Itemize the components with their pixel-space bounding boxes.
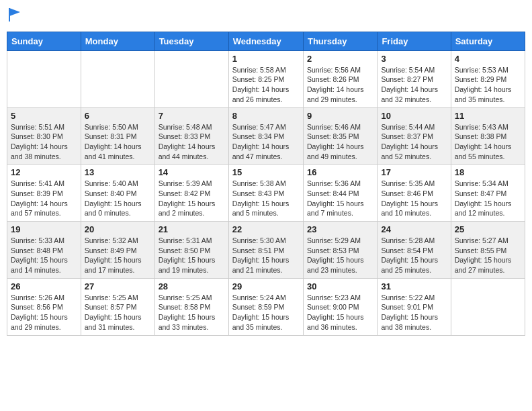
day-info: Sunrise: 5:58 AM Sunset: 8:25 PM Dayligh…: [232, 65, 300, 105]
day-cell: 30Sunrise: 5:23 AM Sunset: 9:00 PM Dayli…: [303, 278, 377, 335]
day-info: Sunrise: 5:26 AM Sunset: 8:56 PM Dayligh…: [11, 293, 77, 332]
day-number: 1: [232, 54, 300, 64]
calendar-table: SundayMondayTuesdayWednesdayThursdayFrid…: [7, 32, 525, 336]
day-number: 3: [381, 54, 447, 64]
day-cell: 4Sunrise: 5:53 AM Sunset: 8:29 PM Daylig…: [451, 50, 525, 107]
day-cell: 2Sunrise: 5:56 AM Sunset: 8:26 PM Daylig…: [303, 50, 377, 107]
day-number: 19: [11, 224, 77, 234]
day-cell: 10Sunrise: 5:44 AM Sunset: 8:37 PM Dayli…: [378, 107, 451, 165]
day-cell: 12Sunrise: 5:41 AM Sunset: 8:39 PM Dayli…: [7, 165, 81, 222]
day-header-saturday: Saturday: [451, 32, 525, 50]
day-cell: [154, 50, 228, 107]
week-row-1: 1Sunrise: 5:58 AM Sunset: 8:25 PM Daylig…: [7, 50, 525, 107]
day-info: Sunrise: 5:32 AM Sunset: 8:49 PM Dayligh…: [85, 236, 151, 275]
day-number: 13: [85, 167, 151, 177]
day-cell: 1Sunrise: 5:58 AM Sunset: 8:25 PM Daylig…: [228, 50, 303, 107]
day-number: 12: [11, 167, 77, 177]
day-cell: 11Sunrise: 5:43 AM Sunset: 8:38 PM Dayli…: [451, 107, 525, 165]
day-number: 17: [381, 167, 447, 177]
day-number: 15: [232, 167, 300, 177]
day-cell: [7, 50, 81, 107]
day-cell: 6Sunrise: 5:50 AM Sunset: 8:31 PM Daylig…: [81, 107, 154, 165]
day-info: Sunrise: 5:53 AM Sunset: 8:29 PM Dayligh…: [455, 65, 521, 105]
day-info: Sunrise: 5:46 AM Sunset: 8:35 PM Dayligh…: [307, 122, 373, 162]
day-number: 14: [159, 167, 225, 177]
day-info: Sunrise: 5:41 AM Sunset: 8:39 PM Dayligh…: [11, 179, 77, 218]
day-info: Sunrise: 5:54 AM Sunset: 8:27 PM Dayligh…: [381, 65, 447, 105]
day-number: 6: [85, 111, 151, 121]
day-info: Sunrise: 5:51 AM Sunset: 8:30 PM Dayligh…: [11, 122, 77, 162]
day-info: Sunrise: 5:56 AM Sunset: 8:26 PM Dayligh…: [307, 65, 373, 105]
day-info: Sunrise: 5:28 AM Sunset: 8:54 PM Dayligh…: [381, 236, 447, 275]
day-info: Sunrise: 5:34 AM Sunset: 8:47 PM Dayligh…: [455, 179, 521, 218]
day-header-tuesday: Tuesday: [154, 32, 228, 50]
day-cell: 24Sunrise: 5:28 AM Sunset: 8:54 PM Dayli…: [378, 222, 451, 279]
day-cell: 8Sunrise: 5:47 AM Sunset: 8:34 PM Daylig…: [228, 107, 303, 165]
day-cell: 21Sunrise: 5:31 AM Sunset: 8:50 PM Dayli…: [154, 222, 228, 279]
day-cell: 16Sunrise: 5:36 AM Sunset: 8:44 PM Dayli…: [303, 165, 377, 222]
day-cell: 14Sunrise: 5:39 AM Sunset: 8:42 PM Dayli…: [154, 165, 228, 222]
day-number: 2: [307, 54, 373, 64]
day-cell: 25Sunrise: 5:27 AM Sunset: 8:55 PM Dayli…: [451, 222, 525, 279]
page: SundayMondayTuesdayWednesdayThursdayFrid…: [0, 0, 532, 411]
day-info: Sunrise: 5:40 AM Sunset: 8:40 PM Dayligh…: [85, 179, 151, 218]
day-number: 22: [232, 224, 300, 234]
day-header-friday: Friday: [378, 32, 451, 50]
day-cell: 3Sunrise: 5:54 AM Sunset: 8:27 PM Daylig…: [378, 50, 451, 107]
day-number: 28: [159, 281, 225, 291]
day-cell: [81, 50, 154, 107]
day-cell: 22Sunrise: 5:30 AM Sunset: 8:51 PM Dayli…: [228, 222, 303, 279]
day-cell: 18Sunrise: 5:34 AM Sunset: 8:47 PM Dayli…: [451, 165, 525, 222]
day-cell: 20Sunrise: 5:32 AM Sunset: 8:49 PM Dayli…: [81, 222, 154, 279]
day-number: 23: [307, 224, 373, 234]
day-number: 24: [381, 224, 447, 234]
day-cell: 31Sunrise: 5:22 AM Sunset: 9:01 PM Dayli…: [378, 278, 451, 335]
day-number: 27: [85, 281, 151, 291]
day-cell: 15Sunrise: 5:38 AM Sunset: 8:43 PM Dayli…: [228, 165, 303, 222]
svg-marker-0: [9, 8, 20, 16]
day-number: 7: [159, 111, 225, 121]
week-row-5: 26Sunrise: 5:26 AM Sunset: 8:56 PM Dayli…: [7, 278, 525, 335]
day-cell: 26Sunrise: 5:26 AM Sunset: 8:56 PM Dayli…: [7, 278, 81, 335]
day-number: 16: [307, 167, 373, 177]
day-number: 9: [307, 111, 373, 121]
day-cell: 9Sunrise: 5:46 AM Sunset: 8:35 PM Daylig…: [303, 107, 377, 165]
day-info: Sunrise: 5:23 AM Sunset: 9:00 PM Dayligh…: [307, 293, 373, 332]
day-info: Sunrise: 5:38 AM Sunset: 8:43 PM Dayligh…: [232, 179, 300, 218]
day-info: Sunrise: 5:30 AM Sunset: 8:51 PM Dayligh…: [232, 236, 300, 275]
header: [7, 7, 525, 26]
day-number: 20: [85, 224, 151, 234]
day-cell: 29Sunrise: 5:24 AM Sunset: 8:59 PM Dayli…: [228, 278, 303, 335]
day-cell: 27Sunrise: 5:25 AM Sunset: 8:57 PM Dayli…: [81, 278, 154, 335]
day-number: 4: [455, 54, 521, 64]
day-info: Sunrise: 5:33 AM Sunset: 8:48 PM Dayligh…: [11, 236, 77, 275]
calendar-header-row: SundayMondayTuesdayWednesdayThursdayFrid…: [7, 32, 525, 50]
day-number: 21: [159, 224, 225, 234]
day-number: 29: [232, 281, 300, 291]
day-cell: 5Sunrise: 5:51 AM Sunset: 8:30 PM Daylig…: [7, 107, 81, 165]
day-number: 18: [455, 167, 521, 177]
week-row-4: 19Sunrise: 5:33 AM Sunset: 8:48 PM Dayli…: [7, 222, 525, 279]
day-info: Sunrise: 5:22 AM Sunset: 9:01 PM Dayligh…: [381, 293, 447, 332]
day-info: Sunrise: 5:35 AM Sunset: 8:46 PM Dayligh…: [381, 179, 447, 218]
day-cell: 28Sunrise: 5:25 AM Sunset: 8:58 PM Dayli…: [154, 278, 228, 335]
week-row-2: 5Sunrise: 5:51 AM Sunset: 8:30 PM Daylig…: [7, 107, 525, 165]
day-number: 5: [11, 111, 77, 121]
day-info: Sunrise: 5:39 AM Sunset: 8:42 PM Dayligh…: [159, 179, 225, 218]
day-info: Sunrise: 5:44 AM Sunset: 8:37 PM Dayligh…: [381, 122, 447, 162]
day-cell: 7Sunrise: 5:48 AM Sunset: 8:33 PM Daylig…: [154, 107, 228, 165]
day-cell: 17Sunrise: 5:35 AM Sunset: 8:46 PM Dayli…: [378, 165, 451, 222]
day-number: 25: [455, 224, 521, 234]
day-header-monday: Monday: [81, 32, 154, 50]
day-info: Sunrise: 5:31 AM Sunset: 8:50 PM Dayligh…: [159, 236, 225, 275]
day-number: 30: [307, 281, 373, 291]
day-info: Sunrise: 5:25 AM Sunset: 8:58 PM Dayligh…: [159, 293, 225, 332]
week-row-3: 12Sunrise: 5:41 AM Sunset: 8:39 PM Dayli…: [7, 165, 525, 222]
day-header-thursday: Thursday: [303, 32, 377, 50]
day-info: Sunrise: 5:50 AM Sunset: 8:31 PM Dayligh…: [85, 122, 151, 162]
day-info: Sunrise: 5:29 AM Sunset: 8:53 PM Dayligh…: [307, 236, 373, 275]
day-number: 11: [455, 111, 521, 121]
day-cell: [451, 278, 525, 335]
day-number: 31: [381, 281, 447, 291]
day-cell: 19Sunrise: 5:33 AM Sunset: 8:48 PM Dayli…: [7, 222, 81, 279]
